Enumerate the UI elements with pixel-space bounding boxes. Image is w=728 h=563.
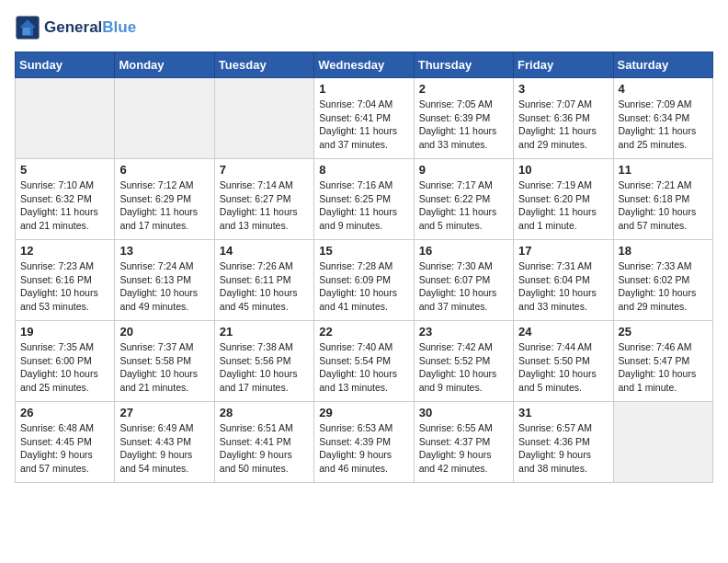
day-info: Sunrise: 6:55 AM Sunset: 4:37 PM Dayligh… [419,421,508,476]
calendar-cell: 5Sunrise: 7:10 AM Sunset: 6:32 PM Daylig… [16,159,115,240]
calendar-week-4: 19Sunrise: 7:35 AM Sunset: 6:00 PM Dayli… [16,321,713,402]
day-number: 23 [419,325,508,339]
day-info: Sunrise: 7:33 AM Sunset: 6:02 PM Dayligh… [619,259,708,314]
day-number: 11 [619,163,708,177]
day-info: Sunrise: 6:48 AM Sunset: 4:45 PM Dayligh… [20,421,109,476]
day-info: Sunrise: 7:12 AM Sunset: 6:29 PM Dayligh… [119,178,209,233]
calendar-cell: 22Sunrise: 7:40 AM Sunset: 5:54 PM Dayli… [314,321,414,402]
day-info: Sunrise: 7:05 AM Sunset: 6:39 PM Dayligh… [419,98,508,152]
calendar-cell: 27Sunrise: 6:49 AM Sunset: 4:43 PM Dayli… [115,402,214,483]
day-number: 5 [20,163,109,177]
day-info: Sunrise: 6:53 AM Sunset: 4:39 PM Dayligh… [319,421,408,476]
calendar-cell: 24Sunrise: 7:44 AM Sunset: 5:50 PM Dayli… [514,321,613,402]
calendar-cell: 4Sunrise: 7:09 AM Sunset: 6:34 PM Daylig… [613,78,712,159]
day-number: 6 [119,163,209,177]
weekday-header-thursday: Thursday [414,52,513,78]
day-number: 3 [518,82,608,96]
logo-text: GeneralBlue [44,18,136,37]
calendar-cell: 20Sunrise: 7:37 AM Sunset: 5:58 PM Dayli… [115,321,214,402]
day-number: 17 [518,244,608,258]
calendar-week-5: 26Sunrise: 6:48 AM Sunset: 4:45 PM Dayli… [16,402,713,483]
day-info: Sunrise: 7:17 AM Sunset: 6:22 PM Dayligh… [419,178,508,233]
day-number: 18 [619,244,708,258]
calendar-cell [16,78,115,159]
calendar-cell: 17Sunrise: 7:31 AM Sunset: 6:04 PM Dayli… [514,240,613,321]
calendar-cell: 12Sunrise: 7:23 AM Sunset: 6:16 PM Dayli… [16,240,115,321]
day-number: 25 [619,325,708,339]
calendar-cell [214,78,313,159]
day-info: Sunrise: 7:09 AM Sunset: 6:34 PM Dayligh… [619,98,708,152]
calendar-cell: 16Sunrise: 7:30 AM Sunset: 6:07 PM Dayli… [414,240,513,321]
day-number: 9 [419,163,508,177]
weekday-header-monday: Monday [115,52,214,78]
day-info: Sunrise: 7:23 AM Sunset: 6:16 PM Dayligh… [20,259,109,314]
day-info: Sunrise: 7:30 AM Sunset: 6:07 PM Dayligh… [419,259,508,314]
day-number: 21 [220,325,309,339]
calendar-cell [115,78,214,159]
calendar-cell: 18Sunrise: 7:33 AM Sunset: 6:02 PM Dayli… [613,240,712,321]
day-number: 7 [220,163,309,177]
calendar-table: SundayMondayTuesdayWednesdayThursdayFrid… [15,52,713,483]
day-number: 19 [20,325,109,339]
weekday-header-tuesday: Tuesday [214,52,313,78]
day-info: Sunrise: 6:51 AM Sunset: 4:41 PM Dayligh… [220,421,309,476]
calendar-cell: 26Sunrise: 6:48 AM Sunset: 4:45 PM Dayli… [16,402,115,483]
day-number: 24 [518,325,608,339]
weekday-header-sunday: Sunday [16,52,115,78]
calendar-cell: 6Sunrise: 7:12 AM Sunset: 6:29 PM Daylig… [115,159,214,240]
day-number: 29 [319,406,408,419]
day-info: Sunrise: 6:49 AM Sunset: 4:43 PM Dayligh… [119,421,209,476]
calendar-cell: 30Sunrise: 6:55 AM Sunset: 4:37 PM Dayli… [414,402,513,483]
day-info: Sunrise: 7:19 AM Sunset: 6:20 PM Dayligh… [518,178,608,233]
calendar-cell: 14Sunrise: 7:26 AM Sunset: 6:11 PM Dayli… [214,240,313,321]
day-number: 14 [220,244,309,258]
day-info: Sunrise: 6:57 AM Sunset: 4:36 PM Dayligh… [518,421,608,476]
calendar-cell: 1Sunrise: 7:04 AM Sunset: 6:41 PM Daylig… [314,78,414,159]
weekday-header-saturday: Saturday [613,52,712,78]
day-info: Sunrise: 7:26 AM Sunset: 6:11 PM Dayligh… [220,259,309,314]
day-number: 1 [319,82,408,96]
logo: GeneralBlue [15,15,136,40]
day-number: 2 [419,82,508,96]
day-number: 31 [518,406,608,419]
day-info: Sunrise: 7:38 AM Sunset: 5:56 PM Dayligh… [220,340,309,395]
calendar-cell: 23Sunrise: 7:42 AM Sunset: 5:52 PM Dayli… [414,321,513,402]
day-info: Sunrise: 7:31 AM Sunset: 6:04 PM Dayligh… [518,259,608,314]
calendar-week-3: 12Sunrise: 7:23 AM Sunset: 6:16 PM Dayli… [16,240,713,321]
day-number: 22 [319,325,408,339]
weekday-header-friday: Friday [514,52,613,78]
calendar-cell: 31Sunrise: 6:57 AM Sunset: 4:36 PM Dayli… [514,402,613,483]
day-number: 27 [119,406,209,419]
calendar-cell: 21Sunrise: 7:38 AM Sunset: 5:56 PM Dayli… [214,321,313,402]
calendar-cell: 9Sunrise: 7:17 AM Sunset: 6:22 PM Daylig… [414,159,513,240]
calendar-cell: 10Sunrise: 7:19 AM Sunset: 6:20 PM Dayli… [514,159,613,240]
day-info: Sunrise: 7:37 AM Sunset: 5:58 PM Dayligh… [119,340,209,395]
calendar-cell: 15Sunrise: 7:28 AM Sunset: 6:09 PM Dayli… [314,240,414,321]
calendar-cell: 25Sunrise: 7:46 AM Sunset: 5:47 PM Dayli… [613,321,712,402]
calendar-week-1: 1Sunrise: 7:04 AM Sunset: 6:41 PM Daylig… [16,78,713,159]
day-number: 13 [119,244,209,258]
calendar-cell: 3Sunrise: 7:07 AM Sunset: 6:36 PM Daylig… [514,78,613,159]
calendar-cell: 19Sunrise: 7:35 AM Sunset: 6:00 PM Dayli… [16,321,115,402]
day-info: Sunrise: 7:10 AM Sunset: 6:32 PM Dayligh… [20,178,109,233]
day-info: Sunrise: 7:07 AM Sunset: 6:36 PM Dayligh… [518,98,608,152]
day-info: Sunrise: 7:21 AM Sunset: 6:18 PM Dayligh… [619,178,708,233]
day-number: 8 [319,163,408,177]
day-info: Sunrise: 7:40 AM Sunset: 5:54 PM Dayligh… [319,340,408,395]
calendar-cell: 2Sunrise: 7:05 AM Sunset: 6:39 PM Daylig… [414,78,513,159]
day-number: 10 [518,163,608,177]
day-number: 26 [20,406,109,419]
calendar-cell [613,402,712,483]
calendar-cell: 7Sunrise: 7:14 AM Sunset: 6:27 PM Daylig… [214,159,313,240]
weekday-header-row: SundayMondayTuesdayWednesdayThursdayFrid… [16,52,713,78]
header: GeneralBlue [15,15,713,40]
day-info: Sunrise: 7:44 AM Sunset: 5:50 PM Dayligh… [518,340,608,395]
day-number: 16 [419,244,508,258]
day-info: Sunrise: 7:46 AM Sunset: 5:47 PM Dayligh… [619,340,708,395]
day-number: 4 [619,82,708,96]
day-number: 20 [119,325,209,339]
day-info: Sunrise: 7:24 AM Sunset: 6:13 PM Dayligh… [119,259,209,314]
day-info: Sunrise: 7:16 AM Sunset: 6:25 PM Dayligh… [319,178,408,233]
day-info: Sunrise: 7:14 AM Sunset: 6:27 PM Dayligh… [220,178,309,233]
logo-icon [15,15,40,40]
